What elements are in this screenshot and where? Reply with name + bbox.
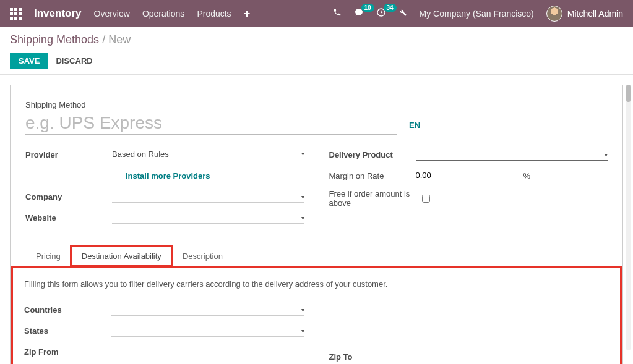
states-select[interactable]: ▾ (111, 325, 304, 337)
control-panel: Shipping Methods / New SAVE DISCARD (0, 27, 633, 75)
plus-icon[interactable]: + (244, 7, 251, 20)
form-sheet: Shipping Method EN Provider Based on Rul… (10, 85, 623, 364)
chevron-down-icon: ▾ (301, 214, 304, 221)
company-selector[interactable]: My Company (San Francisco) (420, 9, 534, 19)
menu-overview[interactable]: Overview (94, 9, 130, 19)
free-amount-checkbox[interactable] (422, 195, 430, 203)
website-label: Website (25, 213, 112, 222)
free-amount-label: Free if order amount is above (329, 189, 422, 208)
form-wrap: Shipping Method EN Provider Based on Rul… (0, 75, 633, 364)
chevron-down-icon: ▾ (301, 328, 304, 334)
breadcrumb: Shipping Methods / New (10, 33, 623, 46)
chevron-down-icon: ▾ (301, 150, 304, 157)
zip-to-label: Zip To (329, 352, 416, 362)
username: Mitchell Admin (567, 9, 623, 19)
delivery-product-select[interactable]: ▾ (416, 149, 608, 161)
scrollbar-track[interactable] (626, 85, 631, 350)
action-buttons: SAVE DISCARD (10, 53, 623, 69)
margin-input[interactable] (416, 169, 520, 182)
chevron-down-icon: ▾ (605, 151, 608, 158)
provider-select[interactable]: Based on Rules ▾ (112, 148, 304, 161)
activities-badge: 34 (384, 4, 397, 12)
company-label: Company (25, 192, 112, 201)
menu-products[interactable]: Products (197, 9, 231, 19)
zip-from-input[interactable] (111, 345, 304, 358)
top-navbar: Inventory Overview Operations Products +… (0, 0, 633, 27)
messages-icon[interactable]: 10 (354, 7, 364, 20)
menu-operations[interactable]: Operations (142, 9, 184, 19)
language-button[interactable]: EN (409, 121, 420, 130)
company-select[interactable]: ▾ (112, 191, 304, 203)
chevron-down-icon: ▾ (301, 307, 304, 313)
margin-label: Margin on Rate (329, 171, 416, 180)
zip-to-input[interactable] (416, 350, 609, 363)
breadcrumb-current: New (108, 33, 131, 46)
apps-icon[interactable] (10, 8, 22, 20)
countries-select[interactable]: ▾ (111, 304, 304, 316)
app-title[interactable]: Inventory (34, 7, 82, 20)
tab-destination-availability[interactable]: Destination Availability (71, 246, 172, 266)
shipping-method-input[interactable] (25, 112, 397, 135)
website-select[interactable]: ▾ (112, 212, 304, 224)
states-label: States (24, 326, 111, 336)
destination-tab-pane: Filling this form allows you to filter d… (11, 266, 622, 364)
zip-from-label: Zip From (24, 347, 111, 357)
activities-icon[interactable]: 34 (376, 7, 386, 20)
chevron-down-icon: ▾ (301, 193, 304, 200)
navbar-left: Inventory Overview Operations Products + (10, 7, 250, 20)
percent-unit: % (523, 171, 531, 180)
shipping-method-label: Shipping Method (25, 100, 397, 109)
tab-pricing[interactable]: Pricing (25, 246, 71, 266)
delivery-product-label: Delivery Product (329, 150, 416, 159)
phone-icon[interactable] (333, 8, 342, 19)
countries-label: Countries (24, 305, 111, 315)
discard-button[interactable]: DISCARD (56, 56, 92, 66)
tools-icon[interactable] (398, 8, 407, 19)
save-button[interactable]: SAVE (10, 53, 48, 69)
provider-label: Provider (25, 150, 112, 159)
avatar (546, 6, 562, 22)
destination-help-text: Filling this form allows you to filter d… (24, 279, 609, 289)
install-providers-link[interactable]: Install more Providers (126, 171, 210, 180)
tab-description[interactable]: Description (172, 246, 233, 266)
scrollbar-thumb[interactable] (626, 85, 631, 102)
breadcrumb-parent[interactable]: Shipping Methods (10, 33, 99, 46)
navbar-right: 10 34 My Company (San Francisco) Mitchel… (333, 6, 623, 22)
user-menu[interactable]: Mitchell Admin (546, 6, 623, 22)
tab-bar: Pricing Destination Availability Descrip… (25, 246, 608, 266)
messages-badge: 10 (361, 4, 374, 12)
